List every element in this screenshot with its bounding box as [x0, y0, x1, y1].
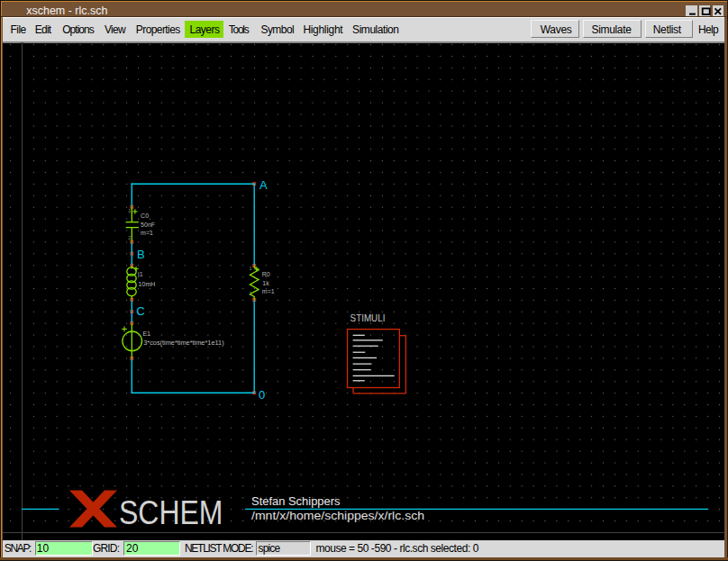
svg-text:E1: E1: [142, 330, 150, 337]
svg-text:Stefan Schippers: Stefan Schippers: [251, 495, 341, 508]
svg-text:/mnt/x/home/schippes/x/rlc.sch: /mnt/x/home/schippes/x/rlc.sch: [251, 510, 424, 522]
svg-text:mouse = 50 -590 - rlc.sch sel: mouse = 50 -590 - rlc.sch selected: 0: [315, 542, 478, 555]
svg-text:C0: C0: [141, 213, 149, 219]
svg-text:10mH: 10mH: [139, 281, 156, 287]
svg-text:R0: R0: [262, 271, 270, 277]
svg-text:Properties: Properties: [136, 23, 181, 36]
svg-text:0: 0: [259, 388, 265, 402]
svg-text:Simulate: Simulate: [592, 23, 632, 36]
svg-text:SNAP:: SNAP:: [5, 542, 32, 555]
svg-text:xschem - rlc.sch: xschem - rlc.sch: [26, 5, 107, 17]
svg-text:Highlight: Highlight: [303, 23, 343, 36]
svg-text:Options: Options: [62, 23, 95, 36]
svg-text:2: 2: [250, 291, 252, 296]
svg-text:SCHEM: SCHEM: [119, 494, 223, 531]
svg-text:1: 1: [250, 266, 252, 271]
svg-text:Help: Help: [698, 23, 719, 36]
svg-text:A: A: [259, 178, 268, 192]
svg-text:Edit: Edit: [35, 23, 52, 36]
svg-text:l1: l1: [138, 271, 143, 277]
svg-text:Layers: Layers: [190, 23, 220, 36]
svg-text:1k: 1k: [262, 280, 269, 286]
svg-text:GRID:: GRID:: [93, 542, 120, 555]
svg-text:m=1: m=1: [262, 288, 275, 294]
svg-text:B: B: [137, 248, 145, 261]
svg-text:20: 20: [126, 542, 139, 555]
svg-text:View: View: [105, 23, 126, 36]
svg-text:2: 2: [128, 235, 131, 240]
svg-text:File: File: [11, 23, 27, 36]
svg-text:C: C: [136, 304, 144, 318]
svg-text:STIMULI: STIMULI: [350, 312, 386, 323]
svg-text:m=1: m=1: [141, 230, 153, 236]
svg-text:10: 10: [37, 542, 50, 555]
svg-text:3*cos(time*time*time*1e11): 3*cos(time*time*time*1e11): [143, 339, 223, 347]
svg-text:NETLIST MODE:: NETLIST MODE:: [185, 542, 254, 555]
svg-text:1: 1: [128, 208, 131, 213]
svg-text:50nF: 50nF: [141, 222, 155, 228]
svg-text:Tools: Tools: [229, 23, 250, 36]
svg-text:Simulation: Simulation: [352, 23, 399, 36]
svg-text:spice: spice: [259, 542, 281, 555]
svg-text:Waves: Waves: [541, 23, 572, 36]
svg-text:Symbol: Symbol: [261, 23, 295, 36]
svg-text:Netlist: Netlist: [653, 23, 682, 36]
